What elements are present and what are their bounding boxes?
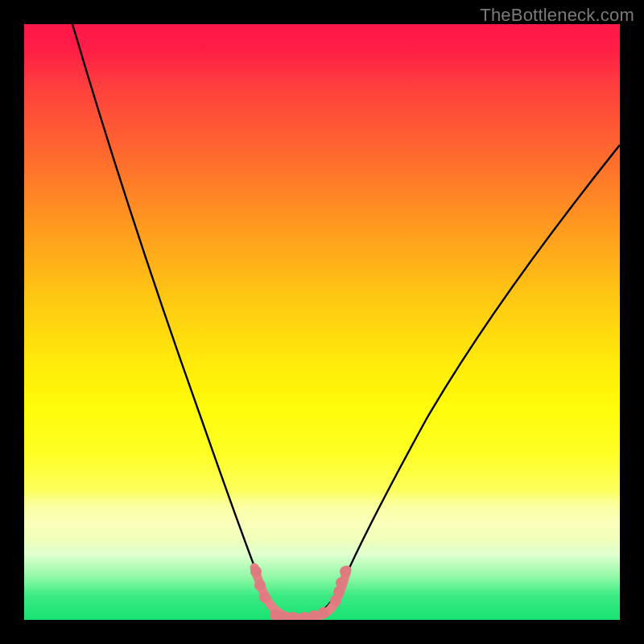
svg-point-12 (340, 566, 351, 577)
svg-point-11 (336, 577, 347, 588)
svg-point-8 (318, 607, 329, 618)
watermark-label: TheBottleneck.com (480, 5, 634, 26)
svg-point-1 (254, 580, 266, 591)
plot-area (24, 24, 620, 620)
chart-frame: TheBottleneck.com (0, 0, 644, 644)
left-curve (72, 24, 302, 617)
svg-point-2 (259, 592, 270, 603)
trough-dots (250, 566, 351, 620)
right-curve (302, 145, 620, 617)
curve-layer (24, 24, 620, 620)
svg-point-0 (250, 566, 262, 577)
svg-point-6 (299, 612, 310, 620)
